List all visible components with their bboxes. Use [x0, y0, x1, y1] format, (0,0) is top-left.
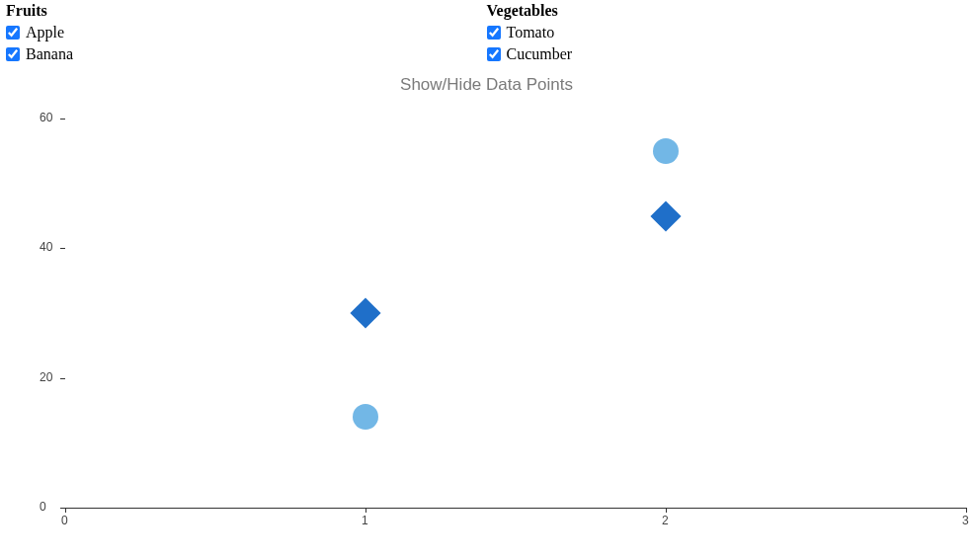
x-tick [65, 508, 66, 513]
group-fruits: Fruits Apple Banana [6, 2, 487, 65]
y-tick [60, 119, 65, 120]
y-tick-label: 60 [40, 111, 52, 124]
chart-title: Show/Hide Data Points [0, 75, 973, 95]
x-tick-label: 1 [362, 514, 368, 527]
x-tick-label: 2 [662, 514, 669, 527]
x-tick [966, 508, 967, 513]
toggle-banana[interactable]: Banana [6, 43, 487, 65]
toggle-label: Cucumber [507, 43, 573, 65]
checkbox-apple[interactable] [6, 26, 20, 40]
group-title-vegetables: Vegetables [487, 2, 968, 20]
scatter-plot: 02040600123 [0, 107, 973, 560]
data-point-cucumber [650, 200, 681, 231]
x-tick [365, 508, 366, 513]
toggle-cucumber[interactable]: Cucumber [487, 43, 968, 65]
data-point-apple [353, 404, 378, 430]
y-tick-label: 0 [40, 500, 46, 514]
x-tick [666, 508, 667, 513]
toggle-label: Tomato [507, 22, 555, 43]
toggle-label: Banana [26, 43, 73, 65]
checkbox-tomato[interactable] [487, 26, 501, 40]
y-tick [60, 248, 65, 249]
toggle-tomato[interactable]: Tomato [487, 22, 968, 43]
y-tick-label: 40 [40, 240, 52, 254]
data-point-tomato [350, 297, 380, 328]
group-title-fruits: Fruits [6, 2, 487, 20]
toggle-apple[interactable]: Apple [6, 22, 487, 43]
y-tick-label: 20 [40, 370, 52, 384]
x-tick-label: 0 [61, 514, 68, 527]
series-toggle-panel: Fruits Apple Banana Vegetables Tomato Cu… [0, 0, 973, 69]
x-tick-label: 3 [962, 514, 969, 527]
toggle-label: Apple [26, 22, 64, 43]
x-axis-line [65, 508, 966, 509]
group-vegetables: Vegetables Tomato Cucumber [487, 2, 968, 65]
checkbox-cucumber[interactable] [487, 47, 501, 61]
data-point-banana [653, 138, 679, 164]
checkbox-banana[interactable] [6, 47, 20, 61]
y-tick [60, 378, 65, 379]
